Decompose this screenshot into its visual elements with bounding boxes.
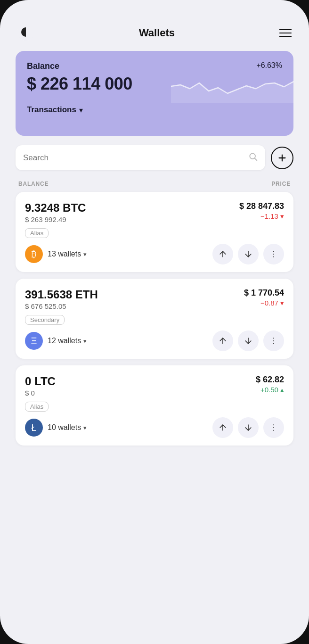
asset-left: 9.3248 BTC $ 263 992.49 — [25, 201, 86, 223]
eth-wallet-count[interactable]: 12 wallets ▾ — [48, 337, 87, 345]
ltc-amount: 0 LTC — [25, 375, 56, 388]
svg-point-19 — [273, 430, 274, 431]
eth-change: −0.87 ▾ — [244, 299, 284, 307]
phone-frame: Wallets Balance +6.63% $ 226 114 000 Tra… — [0, 0, 309, 644]
eth-actions — [212, 330, 284, 351]
ltc-wallet-chevron-icon: ▾ — [83, 424, 87, 431]
ltc-bottom-row: Ł 10 wallets ▾ — [25, 417, 284, 438]
ltc-price: $ 62.82 — [256, 375, 284, 385]
ltc-more-button[interactable] — [263, 417, 284, 438]
search-input[interactable] — [23, 153, 244, 163]
asset-top-row: 9.3248 BTC $ 263 992.49 $ 28 847.83 −1.1… — [25, 201, 284, 223]
menu-button[interactable] — [279, 29, 292, 37]
balance-label: Balance — [27, 61, 59, 71]
ltc-send-button[interactable] — [212, 417, 233, 438]
btc-change: −1.13 ▾ — [239, 212, 284, 221]
eth-price: $ 1 770.54 — [244, 288, 284, 298]
svg-point-17 — [273, 424, 274, 425]
ltc-usd-value: $ 0 — [25, 389, 56, 397]
balance-card: Balance +6.63% $ 226 114 000 Transaction… — [16, 51, 293, 136]
asset-card-ltc: 0 LTC $ 0 $ 62.82 +0.50 ▴ Alias Ł 10 wal… — [16, 365, 293, 446]
asset-top-row: 391.5638 ETH $ 676 525.05 $ 1 770.54 −0.… — [25, 288, 284, 310]
ltc-wallet-count[interactable]: 10 wallets ▾ — [48, 423, 87, 432]
eth-coin-icon: Ξ — [25, 332, 43, 350]
eth-bottom-row: Ξ 12 wallets ▾ — [25, 330, 284, 351]
eth-more-button[interactable] — [263, 330, 284, 351]
ltc-wallet-info: Ł 10 wallets ▾ — [25, 419, 87, 437]
btc-wallet-chevron-icon: ▾ — [83, 251, 87, 258]
asset-card-btc: 9.3248 BTC $ 263 992.49 $ 28 847.83 −1.1… — [16, 192, 293, 272]
svg-point-14 — [273, 343, 274, 344]
btc-price: $ 28 847.83 — [239, 201, 284, 211]
asset-left: 391.5638 ETH $ 676 525.05 — [25, 288, 98, 310]
eth-receive-button[interactable] — [238, 330, 259, 351]
btc-bottom-row: ₿ 13 wallets ▾ — [25, 244, 284, 264]
eth-wallet-info: Ξ 12 wallets ▾ — [25, 332, 87, 350]
price-column-header: PRICE — [271, 181, 291, 187]
search-icon — [248, 152, 258, 164]
balance-chart — [171, 65, 293, 103]
btc-badge: Alias — [25, 228, 49, 238]
btc-amount: 9.3248 BTC — [25, 201, 86, 215]
btc-usd-value: $ 263 992.49 — [25, 215, 86, 223]
ltc-badge: Alias — [25, 402, 49, 412]
ltc-change: +0.50 ▴ — [256, 386, 284, 394]
asset-right: $ 28 847.83 −1.13 ▾ — [239, 201, 284, 221]
btc-wallet-info: ₿ 13 wallets ▾ — [25, 245, 87, 263]
btc-wallet-count[interactable]: 13 wallets ▾ — [48, 250, 87, 258]
svg-line-2 — [255, 158, 257, 161]
search-box — [16, 145, 265, 170]
asset-top-row: 0 LTC $ 0 $ 62.82 +0.50 ▴ — [25, 375, 284, 397]
eth-wallet-chevron-icon: ▾ — [83, 338, 87, 345]
asset-right: $ 1 770.54 −0.87 ▾ — [244, 288, 284, 307]
svg-point-7 — [273, 251, 274, 252]
asset-left: 0 LTC $ 0 — [25, 375, 56, 397]
search-row — [16, 145, 293, 170]
svg-point-8 — [273, 254, 274, 255]
app-container: Wallets Balance +6.63% $ 226 114 000 Tra… — [16, 19, 293, 625]
eth-badge: Secondary — [25, 315, 65, 325]
btc-more-button[interactable] — [263, 244, 284, 264]
transactions-chevron-icon: ▾ — [79, 106, 83, 115]
transactions-row[interactable]: Transactions ▾ — [27, 105, 282, 115]
eth-send-button[interactable] — [212, 330, 233, 351]
eth-amount: 391.5638 ETH — [25, 288, 98, 301]
ltc-receive-button[interactable] — [238, 417, 259, 438]
balance-column-header: BALANCE — [18, 181, 49, 187]
svg-point-13 — [273, 340, 274, 341]
header: Wallets — [16, 19, 293, 51]
ltc-actions — [212, 417, 284, 438]
btc-receive-button[interactable] — [238, 244, 259, 264]
asset-right: $ 62.82 +0.50 ▴ — [256, 375, 284, 394]
transactions-label: Transactions — [27, 105, 76, 115]
page-title: Wallets — [139, 27, 175, 39]
eth-usd-value: $ 676 525.05 — [25, 302, 98, 310]
btc-send-button[interactable] — [212, 244, 233, 264]
btc-coin-icon: ₿ — [25, 245, 43, 263]
svg-point-9 — [273, 256, 274, 257]
asset-list: 9.3248 BTC $ 263 992.49 $ 28 847.83 −1.1… — [16, 192, 293, 446]
svg-point-12 — [273, 338, 274, 339]
ltc-coin-icon: Ł — [25, 419, 43, 437]
table-header: BALANCE PRICE — [16, 178, 293, 192]
logo — [17, 24, 34, 42]
btc-actions — [212, 244, 284, 264]
add-wallet-button[interactable] — [271, 147, 293, 169]
asset-card-eth: 391.5638 ETH $ 676 525.05 $ 1 770.54 −0.… — [16, 279, 293, 359]
svg-point-18 — [273, 427, 274, 428]
